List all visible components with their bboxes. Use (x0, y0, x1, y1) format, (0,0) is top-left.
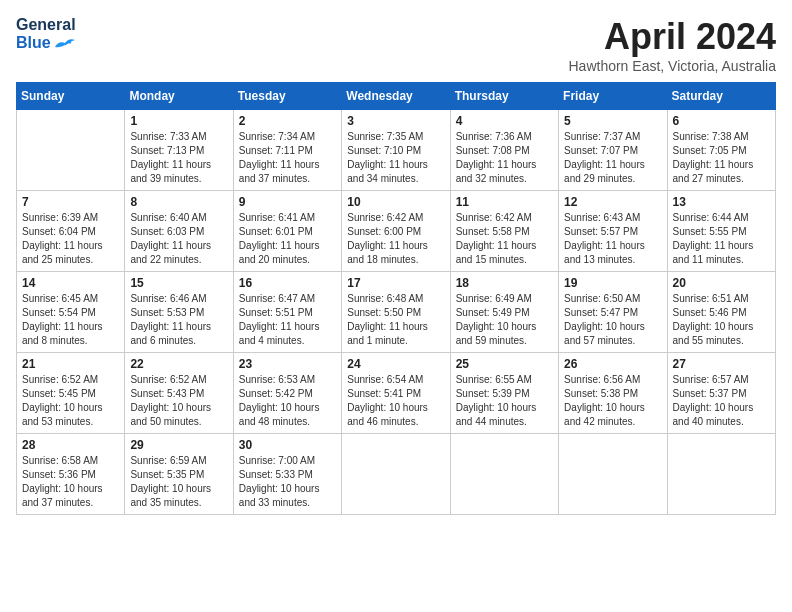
day-info: Sunrise: 6:46 AM Sunset: 5:53 PM Dayligh… (130, 292, 227, 348)
day-number: 10 (347, 195, 444, 209)
calendar-cell: 16Sunrise: 6:47 AM Sunset: 5:51 PM Dayli… (233, 272, 341, 353)
day-number: 11 (456, 195, 553, 209)
logo: General Blue (16, 16, 76, 52)
logo-text: General Blue (16, 16, 76, 52)
day-number: 12 (564, 195, 661, 209)
day-info: Sunrise: 6:53 AM Sunset: 5:42 PM Dayligh… (239, 373, 336, 429)
weekday-header-saturday: Saturday (667, 83, 775, 110)
day-info: Sunrise: 7:36 AM Sunset: 7:08 PM Dayligh… (456, 130, 553, 186)
day-info: Sunrise: 7:33 AM Sunset: 7:13 PM Dayligh… (130, 130, 227, 186)
day-info: Sunrise: 6:56 AM Sunset: 5:38 PM Dayligh… (564, 373, 661, 429)
calendar-cell: 24Sunrise: 6:54 AM Sunset: 5:41 PM Dayli… (342, 353, 450, 434)
day-info: Sunrise: 7:34 AM Sunset: 7:11 PM Dayligh… (239, 130, 336, 186)
day-number: 3 (347, 114, 444, 128)
day-info: Sunrise: 6:42 AM Sunset: 5:58 PM Dayligh… (456, 211, 553, 267)
day-info: Sunrise: 6:49 AM Sunset: 5:49 PM Dayligh… (456, 292, 553, 348)
weekday-header-thursday: Thursday (450, 83, 558, 110)
calendar-week-4: 21Sunrise: 6:52 AM Sunset: 5:45 PM Dayli… (17, 353, 776, 434)
day-number: 17 (347, 276, 444, 290)
day-number: 25 (456, 357, 553, 371)
calendar-cell: 4Sunrise: 7:36 AM Sunset: 7:08 PM Daylig… (450, 110, 558, 191)
day-number: 15 (130, 276, 227, 290)
day-info: Sunrise: 6:43 AM Sunset: 5:57 PM Dayligh… (564, 211, 661, 267)
day-info: Sunrise: 6:57 AM Sunset: 5:37 PM Dayligh… (673, 373, 770, 429)
calendar-cell: 2Sunrise: 7:34 AM Sunset: 7:11 PM Daylig… (233, 110, 341, 191)
calendar-cell: 18Sunrise: 6:49 AM Sunset: 5:49 PM Dayli… (450, 272, 558, 353)
day-number: 5 (564, 114, 661, 128)
day-number: 9 (239, 195, 336, 209)
day-info: Sunrise: 6:52 AM Sunset: 5:45 PM Dayligh… (22, 373, 119, 429)
day-info: Sunrise: 6:55 AM Sunset: 5:39 PM Dayligh… (456, 373, 553, 429)
day-info: Sunrise: 6:58 AM Sunset: 5:36 PM Dayligh… (22, 454, 119, 510)
day-number: 22 (130, 357, 227, 371)
calendar-cell: 10Sunrise: 6:42 AM Sunset: 6:00 PM Dayli… (342, 191, 450, 272)
calendar-cell (450, 434, 558, 515)
calendar-cell: 11Sunrise: 6:42 AM Sunset: 5:58 PM Dayli… (450, 191, 558, 272)
day-info: Sunrise: 6:44 AM Sunset: 5:55 PM Dayligh… (673, 211, 770, 267)
weekday-header-friday: Friday (559, 83, 667, 110)
page-header: General Blue April 2024 Hawthorn East, V… (16, 16, 776, 74)
day-info: Sunrise: 6:48 AM Sunset: 5:50 PM Dayligh… (347, 292, 444, 348)
day-number: 6 (673, 114, 770, 128)
day-info: Sunrise: 6:40 AM Sunset: 6:03 PM Dayligh… (130, 211, 227, 267)
day-number: 4 (456, 114, 553, 128)
day-number: 23 (239, 357, 336, 371)
day-number: 18 (456, 276, 553, 290)
logo-general: General (16, 16, 76, 34)
calendar-cell: 6Sunrise: 7:38 AM Sunset: 7:05 PM Daylig… (667, 110, 775, 191)
weekday-header-row: SundayMondayTuesdayWednesdayThursdayFrid… (17, 83, 776, 110)
day-number: 21 (22, 357, 119, 371)
weekday-header-wednesday: Wednesday (342, 83, 450, 110)
day-number: 20 (673, 276, 770, 290)
calendar-cell: 5Sunrise: 7:37 AM Sunset: 7:07 PM Daylig… (559, 110, 667, 191)
day-number: 13 (673, 195, 770, 209)
calendar-cell: 20Sunrise: 6:51 AM Sunset: 5:46 PM Dayli… (667, 272, 775, 353)
weekday-header-monday: Monday (125, 83, 233, 110)
calendar-cell (667, 434, 775, 515)
calendar-cell: 19Sunrise: 6:50 AM Sunset: 5:47 PM Dayli… (559, 272, 667, 353)
calendar-cell: 22Sunrise: 6:52 AM Sunset: 5:43 PM Dayli… (125, 353, 233, 434)
location-text: Hawthorn East, Victoria, Australia (568, 58, 776, 74)
logo-bird-icon (53, 37, 75, 51)
calendar-week-3: 14Sunrise: 6:45 AM Sunset: 5:54 PM Dayli… (17, 272, 776, 353)
calendar-cell: 28Sunrise: 6:58 AM Sunset: 5:36 PM Dayli… (17, 434, 125, 515)
title-section: April 2024 Hawthorn East, Victoria, Aust… (568, 16, 776, 74)
day-info: Sunrise: 6:52 AM Sunset: 5:43 PM Dayligh… (130, 373, 227, 429)
calendar-cell: 3Sunrise: 7:35 AM Sunset: 7:10 PM Daylig… (342, 110, 450, 191)
day-info: Sunrise: 6:39 AM Sunset: 6:04 PM Dayligh… (22, 211, 119, 267)
day-number: 24 (347, 357, 444, 371)
day-info: Sunrise: 6:45 AM Sunset: 5:54 PM Dayligh… (22, 292, 119, 348)
weekday-header-tuesday: Tuesday (233, 83, 341, 110)
calendar-cell: 12Sunrise: 6:43 AM Sunset: 5:57 PM Dayli… (559, 191, 667, 272)
calendar-cell: 15Sunrise: 6:46 AM Sunset: 5:53 PM Dayli… (125, 272, 233, 353)
weekday-header-sunday: Sunday (17, 83, 125, 110)
calendar-cell (342, 434, 450, 515)
day-number: 16 (239, 276, 336, 290)
calendar-cell: 1Sunrise: 7:33 AM Sunset: 7:13 PM Daylig… (125, 110, 233, 191)
day-number: 28 (22, 438, 119, 452)
calendar-week-5: 28Sunrise: 6:58 AM Sunset: 5:36 PM Dayli… (17, 434, 776, 515)
month-title: April 2024 (568, 16, 776, 58)
day-number: 26 (564, 357, 661, 371)
day-info: Sunrise: 6:41 AM Sunset: 6:01 PM Dayligh… (239, 211, 336, 267)
day-info: Sunrise: 6:59 AM Sunset: 5:35 PM Dayligh… (130, 454, 227, 510)
calendar-cell: 8Sunrise: 6:40 AM Sunset: 6:03 PM Daylig… (125, 191, 233, 272)
day-number: 30 (239, 438, 336, 452)
day-number: 1 (130, 114, 227, 128)
day-info: Sunrise: 6:50 AM Sunset: 5:47 PM Dayligh… (564, 292, 661, 348)
calendar-cell: 23Sunrise: 6:53 AM Sunset: 5:42 PM Dayli… (233, 353, 341, 434)
day-number: 8 (130, 195, 227, 209)
calendar-cell: 13Sunrise: 6:44 AM Sunset: 5:55 PM Dayli… (667, 191, 775, 272)
calendar-cell: 25Sunrise: 6:55 AM Sunset: 5:39 PM Dayli… (450, 353, 558, 434)
calendar-cell: 30Sunrise: 7:00 AM Sunset: 5:33 PM Dayli… (233, 434, 341, 515)
day-number: 2 (239, 114, 336, 128)
day-info: Sunrise: 7:35 AM Sunset: 7:10 PM Dayligh… (347, 130, 444, 186)
day-info: Sunrise: 7:38 AM Sunset: 7:05 PM Dayligh… (673, 130, 770, 186)
calendar-cell: 14Sunrise: 6:45 AM Sunset: 5:54 PM Dayli… (17, 272, 125, 353)
calendar-cell (17, 110, 125, 191)
calendar-cell: 26Sunrise: 6:56 AM Sunset: 5:38 PM Dayli… (559, 353, 667, 434)
calendar-cell: 21Sunrise: 6:52 AM Sunset: 5:45 PM Dayli… (17, 353, 125, 434)
day-number: 19 (564, 276, 661, 290)
day-info: Sunrise: 6:54 AM Sunset: 5:41 PM Dayligh… (347, 373, 444, 429)
calendar-table: SundayMondayTuesdayWednesdayThursdayFrid… (16, 82, 776, 515)
